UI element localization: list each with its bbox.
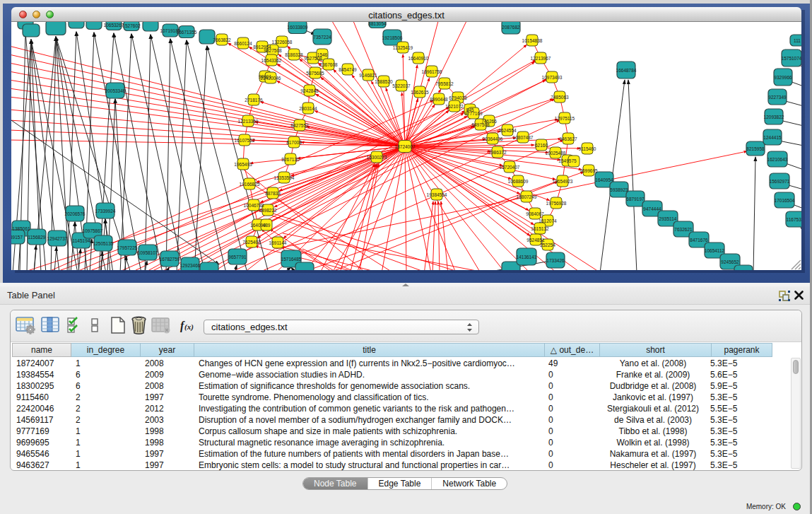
- svg-text:3624554: 3624554: [498, 128, 517, 133]
- svg-text:7632621: 7632621: [674, 227, 693, 232]
- svg-text:20053346: 20053346: [105, 88, 126, 93]
- svg-text:13226058: 13226058: [272, 40, 293, 45]
- svg-text:10975867: 10975867: [83, 228, 103, 233]
- svg-text:22420046: 22420046: [261, 76, 281, 81]
- svg-text:1156829: 1156829: [28, 235, 46, 240]
- svg-text:17016504: 17016504: [775, 198, 795, 203]
- svg-text:10654112: 10654112: [705, 248, 725, 253]
- svg-text:15716485: 15716485: [281, 257, 302, 262]
- svg-text:9777169: 9777169: [464, 111, 483, 116]
- svg-text:1691144: 1691144: [269, 240, 287, 245]
- svg-text:39157: 39157: [11, 235, 23, 240]
- svg-text:2935114: 2935114: [659, 216, 677, 221]
- svg-text:8454749: 8454749: [339, 67, 357, 72]
- svg-text:5938923: 5938923: [610, 187, 628, 192]
- svg-text:15751074: 15751074: [782, 56, 801, 61]
- svg-text:10688609: 10688609: [508, 179, 529, 184]
- svg-text:16543362: 16543362: [261, 58, 282, 63]
- svg-text:1733426: 1733426: [546, 258, 565, 263]
- svg-text:10025488: 10025488: [546, 151, 566, 156]
- svg-text:9146821: 9146821: [359, 73, 377, 78]
- svg-text:12975115: 12975115: [555, 116, 575, 121]
- svg-text:7986372: 7986372: [488, 150, 507, 155]
- svg-text:16210643: 16210643: [767, 157, 788, 162]
- svg-text:7663822: 7663822: [213, 37, 231, 42]
- svg-text:887833: 887833: [265, 191, 281, 196]
- svg-text:7625402: 7625402: [242, 240, 261, 245]
- svg-text:1244415: 1244415: [763, 135, 782, 140]
- svg-text:1527602: 1527602: [122, 23, 141, 28]
- svg-text:1145194: 1145194: [73, 238, 90, 243]
- svg-text:6879197: 6879197: [626, 197, 645, 201]
- svg-text:16782759: 16782759: [160, 257, 180, 262]
- svg-text:16961758: 16961758: [422, 69, 442, 74]
- svg-text:7955812: 7955812: [435, 81, 454, 86]
- svg-text:9115460: 9115460: [579, 146, 596, 151]
- svg-text:2803144: 2803144: [299, 106, 317, 111]
- svg-text:1640954: 1640954: [595, 177, 613, 182]
- svg-text:5875685: 5875685: [306, 71, 324, 76]
- svg-text:9245652: 9245652: [721, 259, 739, 264]
- svg-text:8990448: 8990448: [430, 97, 448, 102]
- svg-text:8267130: 8267130: [281, 157, 300, 162]
- svg-text:15692971: 15692971: [770, 179, 790, 184]
- svg-text:8186328: 8186328: [285, 52, 303, 57]
- svg-text:1362615: 1362615: [411, 90, 429, 95]
- svg-text:9329966: 9329966: [774, 75, 792, 80]
- svg-text:12213369: 12213369: [238, 119, 259, 124]
- svg-text:1615132: 1615132: [531, 226, 549, 231]
- svg-text:19756928: 19756928: [546, 201, 567, 206]
- svg-text:11325419: 11325419: [393, 45, 413, 50]
- svg-text:2718176: 2718176: [245, 98, 263, 103]
- svg-text:1612074: 1612074: [539, 218, 557, 223]
- svg-text:20206576: 20206576: [65, 211, 86, 216]
- svg-text:1588520: 1588520: [375, 79, 393, 84]
- svg-text:20364436: 20364436: [483, 136, 503, 141]
- svg-text:9498222: 9498222: [259, 208, 277, 213]
- svg-text:16648784: 16648784: [616, 68, 637, 73]
- svg-text:9227349: 9227349: [768, 95, 787, 100]
- svg-text:12923466: 12923466: [180, 263, 201, 268]
- svg-text:12942737: 12942737: [47, 236, 68, 241]
- svg-text:19166825: 19166825: [240, 182, 260, 187]
- svg-text:16671355: 16671355: [177, 30, 197, 35]
- svg-text:14136141: 14136141: [517, 255, 537, 259]
- svg-text:2367608: 2367608: [319, 62, 338, 67]
- svg-text:10653267: 10653267: [104, 23, 124, 28]
- svg-text:8813054: 8813054: [368, 22, 387, 26]
- svg-text:9524851: 9524851: [526, 238, 545, 243]
- svg-text:9474444: 9474444: [643, 206, 661, 211]
- svg-text:817008: 817008: [286, 140, 302, 145]
- svg-text:2087682: 2087682: [502, 25, 520, 30]
- svg-text:1385061: 1385061: [12, 226, 30, 231]
- svg-text:8471676: 8471676: [690, 238, 708, 243]
- svg-text:62160: 62160: [535, 143, 548, 148]
- svg-text:16640910: 16640910: [408, 56, 429, 61]
- svg-text:15300273: 15300273: [367, 155, 387, 160]
- svg-text:5322037: 5322037: [392, 83, 411, 88]
- svg-text:7357224: 7357224: [313, 35, 331, 40]
- svg-text:6497508: 6497508: [471, 122, 490, 127]
- svg-text:1549575: 1549575: [558, 158, 577, 163]
- svg-text:12505135: 12505135: [93, 241, 114, 246]
- svg-text:111: 111: [794, 38, 801, 43]
- svg-text:12093822: 12093822: [764, 115, 784, 119]
- svg-text:16033809: 16033809: [288, 25, 308, 30]
- svg-text:9827508: 9827508: [264, 48, 282, 53]
- svg-text:9657791: 9657791: [228, 255, 247, 259]
- svg-text:18807249: 18807249: [517, 194, 537, 199]
- svg-text:8660124: 8660124: [234, 41, 252, 46]
- svg-text:9463627: 9463627: [559, 136, 577, 141]
- svg-text:13353594: 13353594: [274, 175, 295, 180]
- svg-text:1167533: 1167533: [787, 217, 801, 222]
- svg-text:10154838: 10154838: [522, 38, 543, 43]
- svg-text:10046788: 10046788: [244, 203, 264, 208]
- svg-text:16107552: 16107552: [235, 138, 255, 143]
- svg-text:9699695: 9699695: [579, 168, 598, 173]
- svg-text:8427552: 8427552: [290, 123, 309, 128]
- svg-text:9242848: 9242848: [300, 88, 319, 93]
- svg-text:8215958: 8215958: [746, 146, 765, 151]
- svg-text:19384554: 19384554: [427, 192, 447, 197]
- svg-text:1621072: 1621072: [445, 104, 464, 109]
- svg-text:17957225: 17957225: [117, 245, 138, 250]
